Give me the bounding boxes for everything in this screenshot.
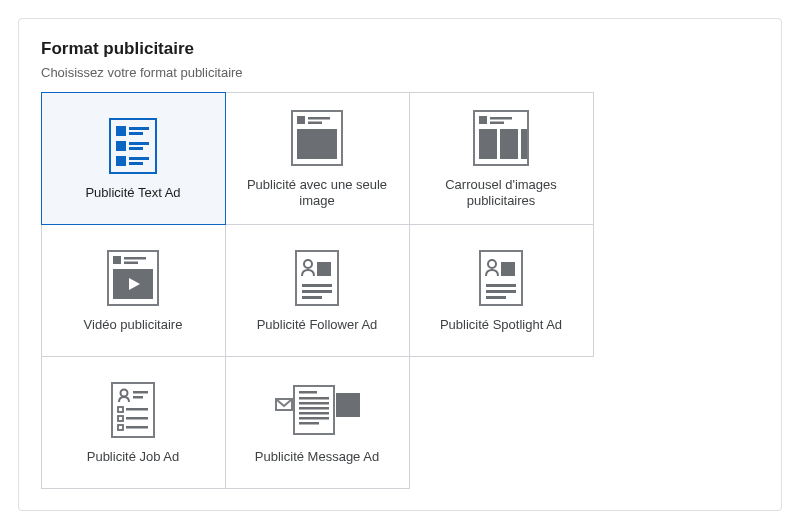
section-title: Format publicitaire [41,39,759,59]
svg-rect-46 [118,416,123,421]
format-label: Publicité Message Ad [255,449,379,465]
svg-rect-31 [302,284,332,287]
format-label: Carrousel d'images publicitaires [426,177,576,210]
svg-rect-45 [126,408,148,411]
format-single-image-ad[interactable]: Publicité avec une seule image [225,92,410,225]
ad-format-grid: Publicité Text Ad Publicité avec une seu… [41,92,759,488]
svg-rect-38 [486,290,516,293]
svg-rect-47 [126,417,148,420]
svg-rect-5 [129,142,149,145]
format-message-ad[interactable]: Publicité Message Ad [225,356,410,489]
svg-rect-52 [299,397,329,400]
svg-rect-42 [133,391,148,394]
single-image-ad-icon [291,105,343,171]
svg-rect-48 [118,425,123,430]
ad-format-card: Format publicitaire Choisissez votre for… [18,18,782,511]
format-label: Publicité avec une seule image [242,177,392,210]
svg-point-35 [488,260,496,268]
svg-rect-57 [299,422,319,425]
svg-rect-51 [299,391,317,394]
svg-rect-9 [129,162,143,165]
svg-rect-24 [124,257,146,260]
svg-rect-14 [297,129,337,159]
svg-rect-37 [486,284,516,287]
format-job-ad[interactable]: Publicité Job Ad [41,356,226,489]
svg-rect-43 [133,396,143,399]
format-text-ad[interactable]: Publicité Text Ad [41,92,226,225]
message-ad-icon [274,377,360,443]
spotlight-ad-icon [479,245,523,311]
svg-rect-19 [479,129,497,159]
svg-rect-12 [308,117,330,120]
svg-point-41 [121,389,128,396]
svg-rect-6 [129,147,143,150]
svg-rect-55 [299,412,329,415]
format-label: Publicité Follower Ad [257,317,378,333]
carousel-ad-icon [473,105,529,171]
svg-rect-8 [129,157,149,160]
svg-rect-7 [116,156,126,166]
svg-point-29 [304,260,312,268]
format-label: Publicité Spotlight Ad [440,317,562,333]
job-ad-icon [111,377,155,443]
format-video-ad[interactable]: Vidéo publicitaire [41,224,226,357]
svg-rect-4 [116,141,126,151]
svg-rect-30 [317,262,331,276]
svg-rect-1 [116,126,126,136]
svg-rect-32 [302,290,332,293]
svg-rect-16 [479,116,487,124]
svg-rect-33 [302,296,322,299]
text-ad-icon [109,113,157,179]
svg-rect-49 [126,426,148,429]
svg-rect-39 [486,296,506,299]
svg-rect-56 [299,417,329,420]
svg-rect-21 [521,129,527,159]
svg-rect-13 [308,121,322,124]
svg-rect-17 [490,117,512,120]
svg-rect-3 [129,132,143,135]
format-label: Publicité Job Ad [87,449,180,465]
svg-rect-25 [124,261,138,264]
svg-rect-59 [336,393,360,417]
video-ad-icon [107,245,159,311]
svg-rect-18 [490,121,504,124]
svg-rect-36 [501,262,515,276]
svg-rect-11 [297,116,305,124]
svg-rect-20 [500,129,518,159]
svg-rect-53 [299,402,329,405]
section-subtitle: Choisissez votre format publicitaire [41,65,759,80]
svg-rect-23 [113,256,121,264]
format-spotlight-ad[interactable]: Publicité Spotlight Ad [409,224,594,357]
format-follower-ad[interactable]: Publicité Follower Ad [225,224,410,357]
svg-rect-54 [299,407,329,410]
svg-rect-2 [129,127,149,130]
format-label: Vidéo publicitaire [84,317,183,333]
format-carousel-ad[interactable]: Carrousel d'images publicitaires [409,92,594,225]
format-label: Publicité Text Ad [85,185,180,201]
svg-rect-44 [118,407,123,412]
follower-ad-icon [295,245,339,311]
